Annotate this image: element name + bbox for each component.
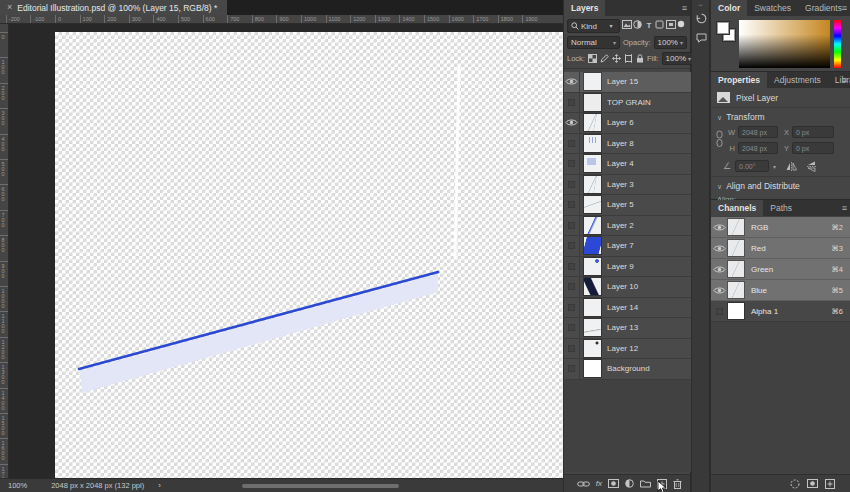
channel-row-rgb[interactable]: RGB⌘2 xyxy=(711,217,850,238)
tab-paths[interactable]: Paths xyxy=(763,200,799,216)
layer-visibility-toggle[interactable] xyxy=(564,339,580,359)
opacity-select[interactable]: 100% ▾ xyxy=(654,36,687,49)
layer-thumbnail[interactable] xyxy=(584,94,601,111)
comments-icon[interactable] xyxy=(692,28,710,48)
lock-position-icon[interactable] xyxy=(612,54,621,63)
layer-row-layer-8[interactable]: Layer 8 xyxy=(564,134,691,155)
flip-horizontal-icon[interactable] xyxy=(786,162,797,171)
layer-row-layer-3[interactable]: Layer 3 xyxy=(564,175,691,196)
filter-toggle-icon[interactable] xyxy=(677,20,687,32)
link-icon[interactable] xyxy=(577,479,590,489)
tab-layers[interactable]: Layers xyxy=(564,0,605,16)
layer-row-layer-2[interactable]: Layer 2 xyxy=(564,216,691,237)
channel-row-alpha-1[interactable]: Alpha 1⌘6 xyxy=(711,301,850,322)
shape-filter-icon[interactable] xyxy=(655,20,665,32)
channel-visibility-eye-icon[interactable] xyxy=(711,244,728,253)
load-selection-icon[interactable] xyxy=(790,479,800,489)
layer-thumbnail[interactable] xyxy=(584,299,601,316)
new-channel-icon[interactable] xyxy=(825,479,835,489)
foreground-color-swatch[interactable] xyxy=(717,22,729,34)
layer-visibility-toggle[interactable] xyxy=(564,216,580,236)
layer-thumbnail[interactable] xyxy=(584,176,601,193)
panel-menu-icon[interactable]: ≡ xyxy=(682,0,687,16)
horizontal-scrollbar[interactable] xyxy=(242,484,399,488)
group-folder-icon[interactable] xyxy=(640,479,651,489)
layer-thumbnail[interactable] xyxy=(584,114,601,131)
layer-mask-icon[interactable] xyxy=(608,479,619,489)
link-dimensions-icon[interactable] xyxy=(716,130,723,148)
filter-kind-select[interactable]: Kind ▾ xyxy=(567,19,620,33)
lock-all-icon[interactable] xyxy=(636,54,644,63)
layer-thumbnail[interactable] xyxy=(584,73,601,90)
layer-visibility-eye-icon[interactable] xyxy=(564,113,580,133)
close-tab-icon[interactable]: × xyxy=(7,3,12,12)
lock-artboard-icon[interactable] xyxy=(624,54,633,63)
delete-layer-icon[interactable] xyxy=(673,479,682,489)
hue-slider[interactable] xyxy=(834,20,841,68)
document-tab[interactable]: × Editorial Illustration.psd @ 100% (Lay… xyxy=(0,0,227,15)
flip-vertical-icon[interactable] xyxy=(807,161,816,172)
layer-row-top-grain[interactable]: TOP GRAIN xyxy=(564,93,691,114)
adjustment-filter-icon[interactable] xyxy=(633,20,643,32)
x-field[interactable]: 0 px xyxy=(792,126,834,138)
chevron-down-icon[interactable]: ▾ xyxy=(773,163,776,170)
fx-icon[interactable]: fx xyxy=(596,479,602,489)
tab-swatches[interactable]: Swatches xyxy=(747,0,798,16)
panel-menu-icon[interactable]: ≡ xyxy=(842,72,847,88)
channel-visibility-toggle[interactable] xyxy=(711,308,728,315)
layer-visibility-eye-icon[interactable] xyxy=(564,72,580,92)
layer-thumbnail[interactable] xyxy=(584,237,601,254)
layer-thumbnail[interactable] xyxy=(584,155,601,172)
layer-row-layer-13[interactable]: Layer 13 xyxy=(564,318,691,339)
layer-thumbnail[interactable] xyxy=(584,258,601,275)
layer-row-layer-4[interactable]: Layer 4 xyxy=(564,154,691,175)
saturation-brightness-field[interactable] xyxy=(739,20,830,68)
layer-thumbnail[interactable] xyxy=(584,278,601,295)
save-selection-as-channel-icon[interactable] xyxy=(807,479,818,489)
tab-channels[interactable]: Channels xyxy=(711,200,763,216)
layer-thumbnail[interactable] xyxy=(584,340,601,357)
layer-row-layer-14[interactable]: Layer 14 xyxy=(564,298,691,319)
layer-row-layer-10[interactable]: Layer 10 xyxy=(564,277,691,298)
layer-thumbnail[interactable] xyxy=(584,360,601,377)
color-picker-marker[interactable] xyxy=(740,21,745,26)
tab-properties[interactable]: Properties xyxy=(711,72,767,88)
layer-visibility-toggle[interactable] xyxy=(564,277,580,297)
dock-grip-icon[interactable]: •• xyxy=(692,0,709,8)
width-field[interactable]: 2048 px xyxy=(738,126,778,138)
history-icon[interactable] xyxy=(692,8,710,28)
layer-visibility-toggle[interactable] xyxy=(564,359,580,379)
blend-mode-select[interactable]: Normal ▾ xyxy=(567,36,620,49)
layer-visibility-toggle[interactable] xyxy=(564,298,580,318)
layer-row-layer-5[interactable]: Layer 5 xyxy=(564,195,691,216)
angle-field[interactable]: 0.00° xyxy=(735,160,769,172)
layer-row-layer-6[interactable]: Layer 6 xyxy=(564,113,691,134)
panel-menu-icon[interactable]: ≡ xyxy=(842,200,847,216)
layer-thumbnail[interactable] xyxy=(584,319,601,336)
channel-row-green[interactable]: Green⌘4 xyxy=(711,259,850,280)
layer-row-background[interactable]: Background xyxy=(564,359,691,380)
pixel-filter-icon[interactable] xyxy=(622,20,632,32)
layer-row-layer-9[interactable]: Layer 9 xyxy=(564,257,691,278)
layer-row-layer-15[interactable]: Layer 15 xyxy=(564,72,691,93)
layer-visibility-toggle[interactable] xyxy=(564,195,580,215)
channel-visibility-eye-icon[interactable] xyxy=(711,265,728,274)
layer-visibility-toggle[interactable] xyxy=(564,257,580,277)
smart-object-filter-icon[interactable] xyxy=(666,20,676,32)
layer-visibility-toggle[interactable] xyxy=(564,154,580,174)
transform-section-header[interactable]: ∨Transform xyxy=(711,108,850,124)
lock-transparency-icon[interactable] xyxy=(588,54,597,63)
layer-thumbnail[interactable] xyxy=(584,217,601,234)
layer-visibility-toggle[interactable] xyxy=(564,318,580,338)
lock-pixels-icon[interactable] xyxy=(600,54,609,63)
layer-row-layer-12[interactable]: Layer 12 xyxy=(564,339,691,360)
zoom-level[interactable]: 100% xyxy=(0,481,37,490)
tab-color[interactable]: Color xyxy=(711,0,747,16)
panel-menu-icon[interactable]: ≡ xyxy=(842,0,847,16)
channel-row-red[interactable]: Red⌘3 xyxy=(711,238,850,259)
layer-visibility-toggle[interactable] xyxy=(564,175,580,195)
y-field[interactable]: 0 px xyxy=(792,142,834,154)
channel-visibility-eye-icon[interactable] xyxy=(711,286,728,295)
fill-select[interactable]: 100% ▾ xyxy=(662,52,695,65)
layer-thumbnail[interactable] xyxy=(584,196,601,213)
